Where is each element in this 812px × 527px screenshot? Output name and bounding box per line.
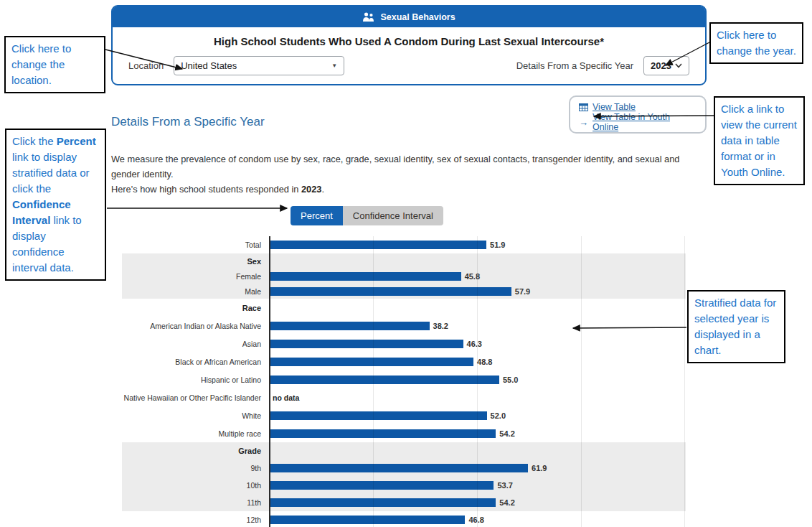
bar <box>270 340 463 348</box>
chart-group-header: Grade <box>122 442 686 460</box>
dropdown-arrow-icon: ▼ <box>331 62 337 69</box>
view-table-link[interactable]: View Table <box>579 102 697 112</box>
page-title: High School Students Who Used A Condom D… <box>113 35 705 47</box>
bar-area: 45.8 <box>270 272 480 281</box>
bar <box>270 272 461 281</box>
bar-value: 52.0 <box>491 411 506 420</box>
bar-area: no data <box>270 393 299 402</box>
row-label: Asian <box>122 340 265 348</box>
chart-row: White52.0 <box>122 406 686 424</box>
note-change-location: Click here to change the location. <box>4 36 105 93</box>
row-label: Multiple race <box>122 429 265 438</box>
controls-row: Location United States ▼ Details From a … <box>128 56 689 75</box>
category-banner: Sexual Behaviors <box>113 6 705 27</box>
row-label: 11th <box>122 498 265 507</box>
bar-value: 54.2 <box>499 429 514 438</box>
bar <box>270 516 465 524</box>
row-label: Male <box>122 287 265 296</box>
people-icon <box>362 12 375 22</box>
bar-chart: Total51.9SexFemale45.8Male57.9RaceAmeric… <box>122 236 686 527</box>
bar-value: 53.7 <box>497 481 512 490</box>
row-label: 9th <box>122 464 265 472</box>
row-label: Black or African American <box>122 358 265 366</box>
bar-area: 61.9 <box>270 464 547 472</box>
row-label: 10th <box>122 481 265 490</box>
bar-area: 46.8 <box>270 516 484 524</box>
view-table-label: View Table <box>593 102 636 112</box>
chart-row: 12th46.8 <box>122 511 686 527</box>
row-label: 12th <box>122 516 265 524</box>
row-label: Grade <box>122 447 265 455</box>
response-line: Here's how high school students responde… <box>111 182 710 197</box>
location-label: Location <box>128 60 164 71</box>
bar <box>270 376 499 384</box>
year-value: 2023 <box>651 60 671 71</box>
bar-area: 55.0 <box>270 376 518 384</box>
bar <box>270 429 496 438</box>
year-group: Details From a Specific Year 2023 <box>516 56 689 75</box>
no-data-label: no data <box>273 393 299 402</box>
bar-value: 54.2 <box>499 498 514 507</box>
bar-area: 51.9 <box>270 241 505 249</box>
chart-row: 9th61.9 <box>122 460 686 477</box>
bar <box>270 322 430 330</box>
bar-area: 54.2 <box>270 498 515 507</box>
row-label: Race <box>122 304 265 312</box>
bar-value: 46.3 <box>467 340 482 348</box>
chart-group-header: Race <box>122 299 686 317</box>
bar <box>270 481 494 490</box>
view-table-youth-online-link[interactable]: → View Table in Youth Online <box>579 112 697 132</box>
bar <box>270 464 528 472</box>
gridline-50 <box>477 236 478 527</box>
row-label: Sex <box>122 257 265 266</box>
bar-value: 55.0 <box>503 376 518 384</box>
note-view-links: Click a link to view the current data in… <box>714 96 805 185</box>
display-toggle: Percent Confidence Interval <box>291 206 443 225</box>
bar <box>270 287 511 296</box>
chevron-down-icon <box>675 63 682 68</box>
section-description: We measure the prevalence of condom use … <box>111 151 710 197</box>
location-select[interactable]: United States ▼ <box>174 56 344 75</box>
chart-row: Black or African American48.8 <box>122 353 686 370</box>
chart-axis <box>269 236 270 527</box>
table-icon <box>579 103 588 111</box>
note-percent-toggle: Click the Percent link to display strati… <box>5 129 106 281</box>
row-label: Native Hawaiian or Other Pacific Islande… <box>122 393 265 402</box>
category-label: Sexual Behaviors <box>380 12 455 22</box>
chart-row: American Indian or Alaska Native38.2 <box>122 317 686 335</box>
note-change-year: Click here to change the year. <box>709 22 803 64</box>
chart-row: Male57.9 <box>122 284 686 299</box>
gridline-75 <box>581 236 582 527</box>
bar-value: 38.2 <box>433 322 448 330</box>
response-year: 2023 <box>301 184 321 195</box>
location-group: Location United States ▼ <box>128 56 344 75</box>
view-table-youth-online-label: View Table in Youth Online <box>593 112 697 132</box>
page: Sexual Behaviors High School Students Wh… <box>0 0 812 527</box>
row-label: American Indian or Alaska Native <box>122 322 265 330</box>
row-label: Hispanic or Latino <box>122 376 265 384</box>
right-arrow-icon: → <box>579 117 588 128</box>
chart-row: Asian46.3 <box>122 335 686 353</box>
bar-area: 57.9 <box>270 287 530 296</box>
chart-row: Multiple race54.2 <box>122 424 686 442</box>
chart-row: Native Hawaiian or Other Pacific Islande… <box>122 388 686 406</box>
bar-value: 57.9 <box>515 287 530 296</box>
percent-tab[interactable]: Percent <box>291 206 343 225</box>
confidence-interval-tab[interactable]: Confidence Interval <box>343 206 443 225</box>
bar-value: 51.9 <box>490 241 505 249</box>
description-line-1: We measure the prevalence of condom use … <box>111 151 710 167</box>
row-label: Female <box>122 272 265 281</box>
view-links-box: View Table → View Table in Youth Online <box>569 95 707 134</box>
header-panel: Sexual Behaviors High School Students Wh… <box>111 5 707 85</box>
chart-row: Female45.8 <box>122 269 686 284</box>
bar <box>270 358 473 366</box>
year-select[interactable]: 2023 <box>643 56 689 75</box>
bar-area: 52.0 <box>270 411 506 420</box>
bar-area: 54.2 <box>270 429 515 438</box>
row-label: Total <box>122 241 265 249</box>
note-stratified-chart: Stratified data for selected year is dis… <box>687 290 785 363</box>
chart-row: Hispanic or Latino55.0 <box>122 370 686 388</box>
description-line-2: gender identity. <box>111 167 710 182</box>
bar-value: 48.8 <box>477 358 492 366</box>
bar-area: 48.8 <box>270 358 492 366</box>
